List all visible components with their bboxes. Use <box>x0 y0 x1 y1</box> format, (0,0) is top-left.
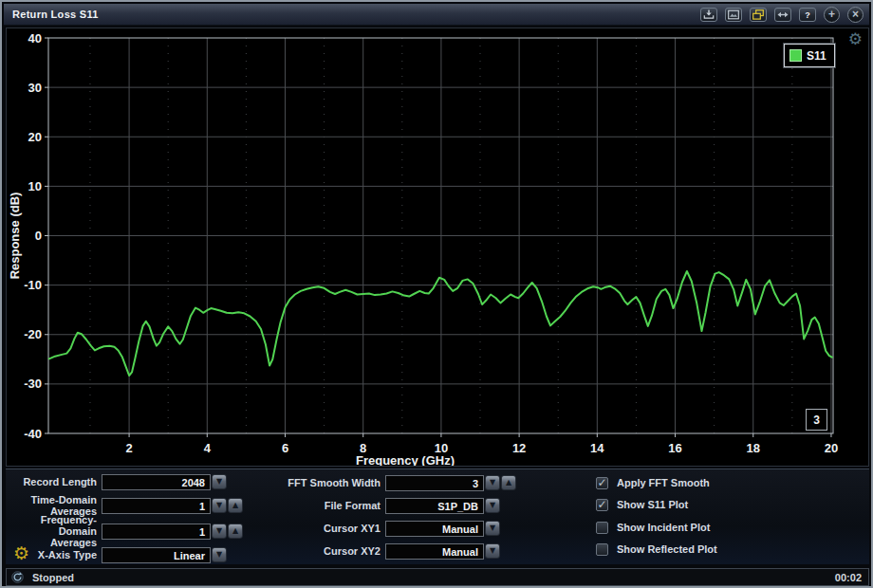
snapshot-icon[interactable] <box>725 8 742 22</box>
svg-text:Response (dB): Response (dB) <box>8 193 22 280</box>
titlebar-icons: ? + × <box>700 7 869 23</box>
svg-text:-20: -20 <box>24 327 42 341</box>
show-s11-plot-label: Show S11 Plot <box>617 499 688 511</box>
svg-text:10: 10 <box>28 179 42 193</box>
cursor-xy2-label: Cursor XY2 <box>233 539 381 563</box>
file-format-down-arrow[interactable]: ▼ <box>485 498 500 513</box>
apply-fft-smooth-checkbox[interactable]: ✓ <box>596 477 608 489</box>
svg-text:-40: -40 <box>24 427 42 441</box>
x-axis-type-value[interactable]: Linear <box>102 547 211 563</box>
svg-text:?: ? <box>805 10 810 20</box>
svg-text:0: 0 <box>35 229 42 243</box>
title-bar: Return Loss S11 <box>4 4 869 26</box>
refresh-icon[interactable] <box>11 571 24 583</box>
file-format-label: File Format <box>233 493 381 518</box>
app-window: Return Loss S11 <box>0 0 873 588</box>
apply-fft-smooth-label: Apply FFT Smooth <box>617 477 710 489</box>
svg-text:-30: -30 <box>24 377 42 391</box>
export-icon[interactable] <box>700 8 717 22</box>
elapsed-time: 00:02 <box>835 572 868 583</box>
cursor-xy2-value[interactable]: Manual <box>385 543 484 560</box>
svg-text:12: 12 <box>512 441 526 455</box>
plot-panel: 2468101214161820403020100-10-20-30-40Fre… <box>6 28 869 467</box>
svg-text:30: 30 <box>28 81 42 95</box>
show-reflected-plot-label: Show Reflected Plot <box>617 543 717 556</box>
plot-settings-gear-icon[interactable]: ⚙ <box>848 29 863 48</box>
fft-smooth-width-value[interactable]: 3 <box>385 475 484 491</box>
svg-text:2: 2 <box>125 441 132 455</box>
x-axis-type-label: X-Axis Type <box>6 542 97 567</box>
fit-width-icon[interactable] <box>774 8 791 22</box>
record-length-down-arrow[interactable]: ▼ <box>212 474 227 489</box>
frequency-domain-averages-down-arrow[interactable]: ▼ <box>212 524 227 539</box>
help-icon[interactable]: ? <box>799 8 816 22</box>
svg-text:40: 40 <box>28 31 42 46</box>
file-format-value[interactable]: S1P_DB <box>385 498 484 514</box>
svg-text:Frequency (GHz): Frequency (GHz) <box>356 453 455 466</box>
show-reflected-plot-checkbox[interactable] <box>596 543 608 556</box>
show-incident-plot-checkbox[interactable] <box>596 522 608 534</box>
s11-legend-label: S11 <box>807 49 827 63</box>
x-axis-type-down-arrow[interactable]: ▼ <box>212 547 227 562</box>
svg-text:6: 6 <box>282 441 288 455</box>
svg-text:20: 20 <box>28 130 42 144</box>
frequency-domain-averages-label: Frequency-Domain Averages <box>6 519 97 543</box>
time-domain-averages-down-arrow[interactable]: ▼ <box>212 498 227 513</box>
record-length-label: Record Length <box>6 469 97 494</box>
fft-smooth-width-down-arrow[interactable]: ▼ <box>485 475 500 490</box>
record-length-value[interactable]: 2048 <box>102 474 211 490</box>
cursor-xy2-down-arrow[interactable]: ▼ <box>485 543 500 559</box>
svg-text:4: 4 <box>204 441 212 455</box>
close-icon[interactable]: × <box>847 7 864 23</box>
add-plot-icon[interactable]: + <box>824 7 840 23</box>
show-incident-plot-label: Show Incident Plot <box>617 522 710 534</box>
controls-panel: ⚙ Record Length2048▼Time-Domain Averages… <box>6 469 869 564</box>
s11-legend-swatch <box>789 49 802 62</box>
cursor-xy1-down-arrow[interactable]: ▼ <box>485 521 500 536</box>
plot-number-badge[interactable]: 3 <box>806 409 827 431</box>
cursor-xy1-value[interactable]: Manual <box>385 521 484 537</box>
svg-text:20: 20 <box>825 441 838 455</box>
status-text: Stopped <box>32 572 74 583</box>
svg-text:14: 14 <box>590 441 604 455</box>
fft-smooth-width-label: FFT Smooth Width <box>233 470 381 495</box>
chart-legend[interactable]: S11 <box>784 44 835 67</box>
svg-text:16: 16 <box>668 441 681 455</box>
cascade-windows-icon[interactable] <box>750 8 767 22</box>
s11-chart[interactable]: 2468101214161820403020100-10-20-30-40Fre… <box>7 28 868 466</box>
window-title: Return Loss S11 <box>4 9 99 20</box>
fft-smooth-width-up-arrow[interactable]: ▲ <box>501 475 516 490</box>
status-bar: Stopped 00:02 <box>6 568 869 586</box>
svg-text:-10: -10 <box>24 278 42 292</box>
svg-text:18: 18 <box>747 441 760 455</box>
show-s11-plot-checkbox[interactable]: ✓ <box>596 499 608 511</box>
frequency-domain-averages-value[interactable]: 1 <box>102 524 211 540</box>
cursor-xy1-label: Cursor XY1 <box>233 516 381 541</box>
time-domain-averages-value[interactable]: 1 <box>102 498 211 514</box>
